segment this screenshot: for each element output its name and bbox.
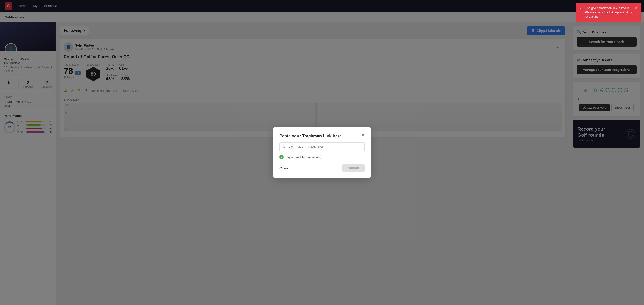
modal-submit-button[interactable]: Submit bbox=[342, 164, 364, 172]
error-toast: ⚠ The given trackman link is invalid. Pl… bbox=[576, 3, 641, 22]
modal-title: Paste your Trackman Link here. bbox=[280, 134, 364, 138]
trackman-modal: ✕ Paste your Trackman Link here. ✓ Repor… bbox=[273, 127, 371, 178]
success-icon: ✓ bbox=[280, 155, 284, 159]
toast-close-button[interactable]: ✕ bbox=[634, 6, 638, 10]
modal-success-message: ✓ Report sent for processing bbox=[280, 155, 364, 159]
warning-icon: ⚠ bbox=[580, 6, 583, 12]
trackman-link-input[interactable] bbox=[280, 142, 364, 152]
modal-close-button[interactable]: Close bbox=[280, 166, 288, 170]
modal-actions: Close Submit bbox=[280, 164, 364, 172]
modal-close-x-button[interactable]: ✕ bbox=[360, 132, 366, 138]
modal-overlay[interactable]: ✕ Paste your Trackman Link here. ✓ Repor… bbox=[0, 0, 644, 305]
